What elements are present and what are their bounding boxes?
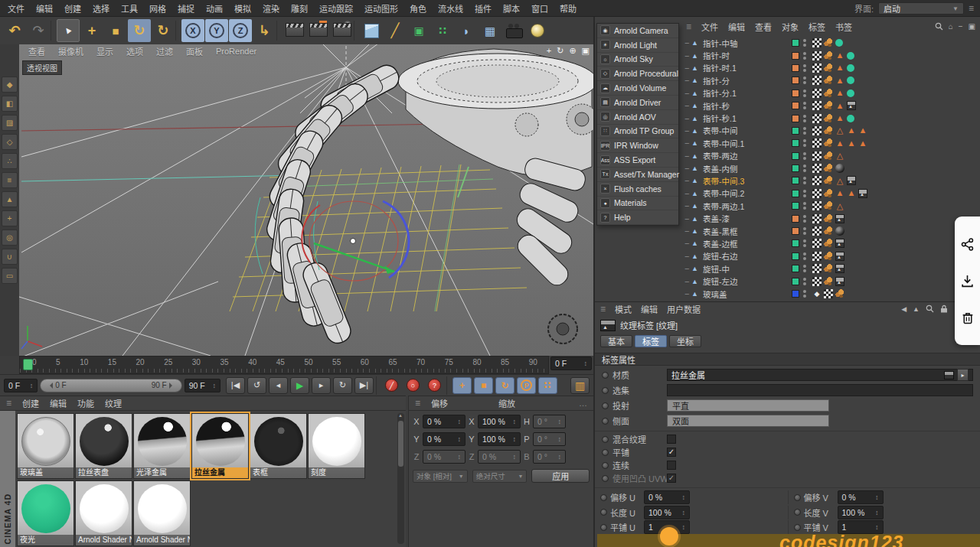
teal-tag-icon[interactable] — [835, 39, 843, 47]
object-row[interactable]: − ▲ 表带-两边.1 — [681, 200, 980, 212]
arnold-tp-group-item[interactable]: ∷ Arnold TP Group — [597, 125, 678, 139]
material-name[interactable]: Arnold Shader N — [134, 535, 190, 545]
visibility-dots-icon[interactable] — [803, 90, 808, 97]
checker-tag-icon[interactable] — [812, 89, 822, 98]
lock-x-axis-button[interactable]: X — [181, 19, 204, 42]
checker-tag-icon[interactable] — [812, 176, 822, 185]
object-name[interactable]: 表盖-内侧 — [703, 163, 792, 174]
arnold-driver-item[interactable]: ▤ Arnold Driver — [597, 96, 678, 110]
arnold-light-item[interactable]: ☀ Arnold Light — [597, 38, 678, 53]
key-position-button[interactable]: + — [452, 377, 472, 394]
layer-color-swatch[interactable] — [792, 177, 799, 184]
layer-color-swatch[interactable] — [792, 52, 799, 60]
phong-tag-icon[interactable] — [824, 239, 833, 248]
menubar-item[interactable]: 动画 — [206, 2, 223, 15]
animation-dot-icon[interactable] — [794, 494, 801, 501]
material-name[interactable]: 夜光 — [18, 535, 74, 545]
layer-color-swatch[interactable] — [792, 139, 799, 147]
menubar-item[interactable]: 流水线 — [438, 2, 463, 15]
photo-tag-icon[interactable] — [835, 214, 844, 223]
arnold-volume-item[interactable]: ☁ Arnold Volume — [597, 81, 678, 96]
photo-tag-icon[interactable] — [847, 176, 856, 185]
minimize-icon[interactable]: − — [959, 22, 963, 31]
photo-tag-icon[interactable] — [847, 101, 856, 110]
layer-color-swatch[interactable] — [792, 90, 799, 97]
uv-value-field[interactable]: 0 %↕ — [644, 490, 690, 504]
attribute-menu-item[interactable]: 编辑 — [641, 303, 658, 315]
add-cube-button[interactable] — [360, 19, 383, 42]
animation-dot-icon[interactable] — [602, 402, 609, 409]
viewport-menu-item[interactable]: 显示 — [96, 45, 113, 57]
visibility-dots-icon[interactable] — [803, 290, 808, 298]
arnold-camera-item[interactable]: ◉ Arnold Camera — [597, 24, 678, 38]
play-reverse-button[interactable]: ↺ — [247, 377, 266, 394]
material-menu-item[interactable]: 功能 — [77, 397, 94, 409]
transport-separator[interactable] — [376, 376, 380, 395]
trio-tag-icon[interactable] — [835, 176, 844, 185]
object-manager-menu-item[interactable]: 标签 — [808, 21, 825, 33]
tri-tag-icon[interactable] — [858, 138, 867, 148]
checker-tag-icon[interactable] — [812, 138, 822, 148]
menubar-item[interactable]: 工具 — [121, 2, 138, 15]
visibility-dots-icon[interactable] — [803, 177, 808, 184]
visibility-dots-icon[interactable] — [803, 265, 808, 272]
goto-end-button[interactable]: ▶| — [354, 377, 374, 394]
object-manager-menu-item[interactable]: 编辑 — [728, 21, 745, 33]
object-row[interactable]: − ▲ 指针-时.1 — [681, 62, 980, 74]
checker-tag-icon[interactable] — [812, 51, 822, 60]
layer-color-swatch[interactable] — [792, 190, 799, 197]
uv-value-field[interactable]: 100 %↕ — [838, 506, 884, 519]
material-link-field[interactable]: 拉丝金属 ▸ — [667, 369, 973, 381]
material-menu-item[interactable]: 创建 — [22, 397, 39, 409]
menubar-item[interactable]: 捕捉 — [178, 2, 194, 15]
menubar-item[interactable]: 窗口 — [531, 2, 548, 15]
scale-field[interactable]: 100 %↕ — [478, 415, 521, 428]
menubar-item[interactable]: 编辑 — [36, 2, 53, 15]
material-menu-item[interactable]: 编辑 — [50, 397, 67, 409]
timeline-mode-button[interactable]: ▥ — [570, 377, 590, 394]
layer-color-swatch[interactable] — [792, 39, 799, 47]
object-name[interactable]: 表带-两边 — [703, 150, 792, 161]
add-deformer-button[interactable]: ◗ — [455, 19, 478, 42]
visibility-dots-icon[interactable] — [803, 152, 808, 160]
phong-tag-icon[interactable] — [824, 63, 833, 73]
visibility-dots-icon[interactable] — [803, 190, 808, 197]
photo-tag-icon[interactable] — [858, 189, 867, 198]
scale-field[interactable]: 100 %↕ — [478, 432, 521, 446]
animation-dot-icon[interactable] — [602, 436, 609, 443]
tri-tag-icon[interactable] — [835, 76, 844, 85]
phong-tag-icon[interactable] — [824, 51, 833, 60]
phong-tag-icon[interactable] — [824, 114, 833, 123]
photo-tag-icon[interactable] — [835, 277, 844, 286]
lock-y-axis-button[interactable]: Y — [205, 19, 228, 42]
trio-tag-icon[interactable] — [835, 126, 844, 135]
menubar-item[interactable]: 模拟 — [234, 2, 251, 15]
checkbox[interactable]: ✓ — [667, 474, 676, 483]
tri-tag-icon[interactable] — [835, 101, 844, 110]
key-rotation-button[interactable]: ↻ — [495, 377, 514, 394]
panel-menu-icon[interactable]: ≡ — [415, 398, 420, 409]
object-name[interactable]: 表带-两边.1 — [703, 200, 792, 212]
arnold-aov-item[interactable]: ◎ Arnold AOV — [597, 110, 678, 125]
projection-dropdown[interactable]: 平直 — [667, 399, 829, 412]
menubar-item[interactable]: 运动跟踪 — [319, 2, 353, 15]
layer-color-swatch[interactable] — [792, 215, 799, 223]
checker-tag-icon[interactable] — [812, 201, 822, 210]
object-manager-menu-item[interactable]: 对象 — [782, 21, 799, 33]
layer-color-swatch[interactable] — [792, 290, 799, 298]
interface-dropdown[interactable]: 启动▼ — [878, 2, 964, 15]
trio-tag-icon[interactable] — [835, 151, 844, 161]
uv-value-field[interactable]: 1↕ — [838, 520, 884, 534]
search-icon[interactable] — [935, 22, 943, 31]
next-frame-button[interactable]: ▸ — [312, 377, 331, 394]
viewport-menu-item[interactable]: 面板 — [186, 45, 203, 57]
material-picker-button[interactable]: ▸ — [957, 369, 969, 381]
make-editable-button[interactable]: ◆ — [2, 77, 18, 93]
animation-dot-icon[interactable] — [602, 475, 609, 482]
tri-tag-icon[interactable] — [835, 189, 844, 198]
key-pla-button[interactable]: ∷ — [538, 377, 557, 394]
visibility-dots-icon[interactable] — [803, 64, 808, 72]
menubar-item[interactable]: 角色 — [410, 2, 426, 15]
tri-tag-icon[interactable] — [835, 89, 844, 98]
menubar-item[interactable]: 创建 — [64, 2, 81, 15]
